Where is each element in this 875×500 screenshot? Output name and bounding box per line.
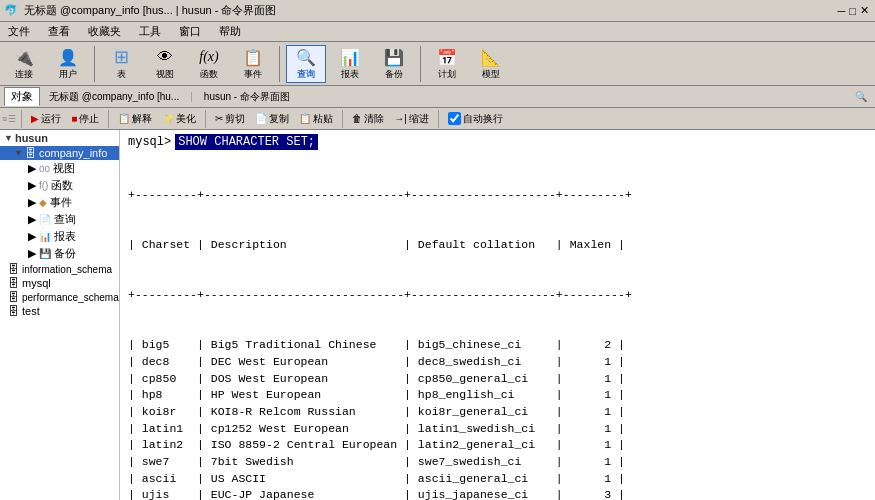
- menu-bar: 文件 查看 收藏夹 工具 窗口 帮助: [0, 22, 875, 42]
- table-rows: | big5 | Big5 Traditional Chinese | big5…: [128, 337, 867, 500]
- sidebar-item-backups[interactable]: ▶ 💾 备份: [0, 245, 119, 262]
- sidebar-item-mysql[interactable]: 🗄 mysql: [0, 276, 119, 290]
- table-row: | koi8r | KOI8-R Relcom Russian | koi8r_…: [128, 404, 867, 421]
- views-arrow: ▶: [28, 162, 36, 175]
- info-db-icon: 🗄: [8, 263, 19, 275]
- perf-db-icon: 🗄: [8, 291, 19, 303]
- toolbar-event-label: 事件: [244, 68, 262, 81]
- menu-file[interactable]: 文件: [4, 23, 34, 40]
- events-icon: ◆: [39, 197, 47, 208]
- paste-button[interactable]: 📋 粘贴: [295, 111, 337, 127]
- indent-button[interactable]: →| 缩进: [390, 111, 433, 127]
- toolbar-report[interactable]: 📊 报表: [330, 45, 370, 83]
- tab-query[interactable]: 无标题 @company_info [hu...: [42, 88, 186, 106]
- functions-label: 函数: [51, 178, 73, 193]
- maximize-btn[interactable]: □: [849, 5, 856, 17]
- toolbar-schedule[interactable]: 📅 计划: [427, 45, 467, 83]
- close-btn[interactable]: ✕: [860, 4, 869, 17]
- toolbar-function[interactable]: f(x) 函数: [189, 45, 229, 83]
- autowrap-button[interactable]: 自动换行: [444, 111, 507, 127]
- app-icon: 🐬: [4, 4, 18, 17]
- toolbar-view[interactable]: 👁 视图: [145, 45, 185, 83]
- toolbar-backup[interactable]: 💾 备份: [374, 45, 414, 83]
- model-icon: 📐: [480, 46, 502, 68]
- toolbar-user[interactable]: 👤 用户: [48, 45, 88, 83]
- view-icon: 👁: [154, 46, 176, 68]
- backups-arrow: ▶: [28, 247, 36, 260]
- autowrap-checkbox[interactable]: [448, 112, 461, 125]
- table-row: | swe7 | 7bit Swedish | swe7_swedish_ci …: [128, 454, 867, 471]
- backups-icon: 💾: [39, 248, 51, 259]
- table-row: | big5 | Big5 Traditional Chinese | big5…: [128, 337, 867, 354]
- sidebar-item-reports[interactable]: ▶ 📊 报表: [0, 228, 119, 245]
- action-sep-2: [205, 110, 206, 128]
- sidebar-item-views[interactable]: ▶ oo 视图: [0, 160, 119, 177]
- table-header-sep: +---------+-----------------------------…: [128, 287, 867, 304]
- tab-bar: 对象 无标题 @company_info [hu... | husun - 命令…: [0, 86, 875, 108]
- toolbar-connect-label: 连接: [15, 68, 33, 81]
- search-icon[interactable]: 🔍: [851, 90, 871, 103]
- event-icon: 📋: [242, 46, 264, 68]
- table-row: | hp8 | HP West European | hp8_english_c…: [128, 387, 867, 404]
- indent-icon: →|: [394, 113, 407, 124]
- cut-button[interactable]: ✂ 剪切: [211, 111, 249, 127]
- main-area: ▼ husun ▼ 🗄 company_info ▶ oo 视图 ▶ f() 函…: [0, 130, 875, 500]
- toolbar-event[interactable]: 📋 事件: [233, 45, 273, 83]
- menu-tools[interactable]: 工具: [135, 23, 165, 40]
- info-db-label: information_schema: [22, 264, 112, 275]
- toolbar-connect[interactable]: 🔌 连接: [4, 45, 44, 83]
- table-row: | dec8 | DEC West European | dec8_swedis…: [128, 354, 867, 371]
- sidebar-item-queries[interactable]: ▶ 📄 查询: [0, 211, 119, 228]
- toolbar-query-label: 查询: [297, 68, 315, 81]
- tab-console[interactable]: husun - 命令界面图: [197, 88, 297, 106]
- company-expand-icon: ▼: [14, 148, 23, 158]
- sidebar-item-events[interactable]: ▶ ◆ 事件: [0, 194, 119, 211]
- functions-icon: f(): [39, 180, 48, 191]
- copy-button[interactable]: 📄 复制: [251, 111, 293, 127]
- sidebar-root-label: husun: [15, 132, 48, 144]
- sidebar-item-functions[interactable]: ▶ f() 函数: [0, 177, 119, 194]
- toolbar-sep-3: [420, 46, 421, 82]
- content-area[interactable]: mysql> SHOW CHARACTER SET; +---------+--…: [120, 130, 875, 500]
- beautify-label: 美化: [176, 112, 196, 126]
- mysql-db-icon: 🗄: [8, 277, 19, 289]
- toolbar3-icon2: ☰: [8, 114, 16, 124]
- sidebar-item-test[interactable]: 🗄 test: [0, 304, 119, 318]
- window-title: 无标题 @company_info [hus... | husun - 命令界面…: [24, 3, 276, 18]
- stop-button[interactable]: ■ 停止: [67, 111, 103, 127]
- mysql-prompt: mysql>: [128, 135, 171, 149]
- menu-window[interactable]: 窗口: [175, 23, 205, 40]
- toolbar-table[interactable]: ⊞ 表: [101, 45, 141, 83]
- minimize-btn[interactable]: ─: [838, 5, 846, 17]
- run-button[interactable]: ▶ 运行: [27, 111, 65, 127]
- sidebar-item-information_schema[interactable]: 🗄 information_schema: [0, 262, 119, 276]
- tab-objects[interactable]: 对象: [4, 87, 40, 106]
- explain-button[interactable]: 📋 解释: [114, 111, 156, 127]
- prompt-line: mysql> SHOW CHARACTER SET;: [128, 134, 867, 150]
- main-toolbar: 🔌 连接 👤 用户 ⊞ 表 👁 视图 f(x) 函数 📋 事件 🔍 查询 📊 报…: [0, 42, 875, 86]
- schedule-icon: 📅: [436, 46, 458, 68]
- autowrap-label: 自动换行: [463, 112, 503, 126]
- menu-favorites[interactable]: 收藏夹: [84, 23, 125, 40]
- beautify-button[interactable]: ✨ 美化: [158, 111, 200, 127]
- clear-button[interactable]: 🗑 清除: [348, 111, 388, 127]
- sql-command: SHOW CHARACTER SET;: [175, 134, 318, 150]
- copy-label: 复制: [269, 112, 289, 126]
- sidebar-item-performance_schema[interactable]: 🗄 performance_schema: [0, 290, 119, 304]
- views-icon: oo: [39, 163, 50, 174]
- query-icon: 🔍: [295, 46, 317, 68]
- menu-view[interactable]: 查看: [44, 23, 74, 40]
- events-arrow: ▶: [28, 196, 36, 209]
- result-table: +---------+-----------------------------…: [128, 154, 867, 500]
- title-bar: 🐬 无标题 @company_info [hus... | husun - 命令…: [0, 0, 875, 22]
- sidebar-root[interactable]: ▼ husun: [0, 130, 119, 146]
- menu-help[interactable]: 帮助: [215, 23, 245, 40]
- toolbar-query[interactable]: 🔍 查询: [286, 45, 326, 83]
- reports-arrow: ▶: [28, 230, 36, 243]
- toolbar-sep-1: [94, 46, 95, 82]
- toolbar-model[interactable]: 📐 模型: [471, 45, 511, 83]
- table-icon: ⊞: [110, 46, 132, 68]
- sidebar-item-company_info[interactable]: ▼ 🗄 company_info: [0, 146, 119, 160]
- perf-db-label: performance_schema: [22, 292, 119, 303]
- toolbar-schedule-label: 计划: [438, 68, 456, 81]
